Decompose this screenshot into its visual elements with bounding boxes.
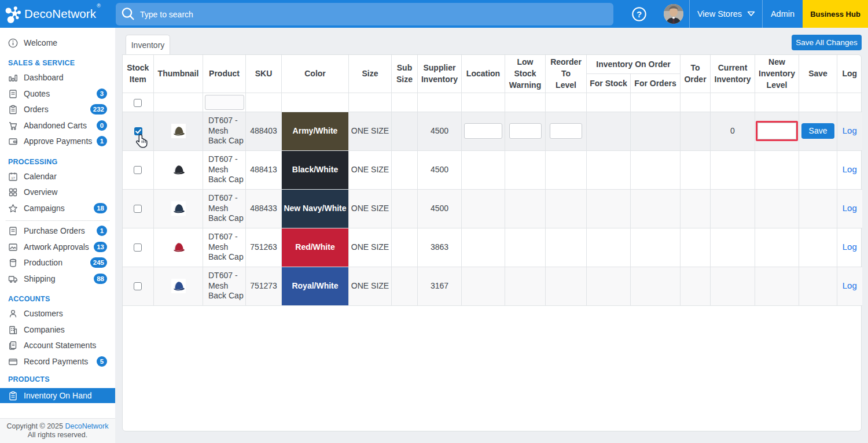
svg-text:?: ? (637, 9, 642, 19)
svg-text:17: 17 (11, 176, 15, 179)
